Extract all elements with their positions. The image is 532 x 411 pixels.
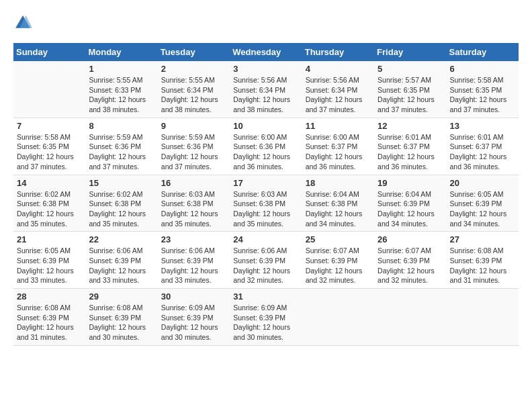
calendar-cell: 6Sunrise: 5:58 AM Sunset: 6:35 PM Daylig… (447, 61, 519, 118)
week-row-3: 14Sunrise: 6:02 AM Sunset: 6:38 PM Dayli… (13, 175, 519, 232)
day-info: Sunrise: 6:09 AM Sunset: 6:39 PM Dayligh… (161, 303, 226, 342)
day-info: Sunrise: 6:07 AM Sunset: 6:39 PM Dayligh… (378, 246, 443, 285)
calendar-cell: 28Sunrise: 6:08 AM Sunset: 6:39 PM Dayli… (13, 289, 85, 346)
day-info: Sunrise: 5:59 AM Sunset: 6:36 PM Dayligh… (89, 132, 154, 172)
calendar-cell: 19Sunrise: 6:04 AM Sunset: 6:39 PM Dayli… (374, 175, 446, 232)
day-info: Sunrise: 5:58 AM Sunset: 6:35 PM Dayligh… (17, 132, 82, 172)
day-number: 11 (306, 121, 371, 131)
week-row-2: 7Sunrise: 5:58 AM Sunset: 6:35 PM Daylig… (13, 118, 519, 175)
calendar-cell: 2Sunrise: 5:55 AM Sunset: 6:34 PM Daylig… (158, 61, 230, 118)
calendar-cell (13, 61, 85, 118)
day-number: 1 (89, 64, 154, 74)
day-number: 16 (161, 178, 226, 188)
calendar-cell: 4Sunrise: 5:56 AM Sunset: 6:34 PM Daylig… (302, 61, 374, 118)
day-header-tuesday: Tuesday (158, 43, 230, 61)
calendar-cell: 26Sunrise: 6:07 AM Sunset: 6:39 PM Dayli… (374, 232, 446, 289)
calendar-cell: 30Sunrise: 6:09 AM Sunset: 6:39 PM Dayli… (158, 289, 230, 346)
day-info: Sunrise: 6:04 AM Sunset: 6:38 PM Dayligh… (306, 189, 371, 229)
day-number: 4 (306, 64, 371, 74)
day-info: Sunrise: 5:55 AM Sunset: 6:34 PM Dayligh… (161, 75, 226, 115)
day-number: 17 (233, 178, 298, 188)
day-info: Sunrise: 6:06 AM Sunset: 6:39 PM Dayligh… (89, 246, 154, 285)
calendar-table: SundayMondayTuesdayWednesdayThursdayFrid… (13, 43, 519, 346)
week-row-5: 28Sunrise: 6:08 AM Sunset: 6:39 PM Dayli… (13, 289, 519, 346)
logo-icon (13, 13, 32, 32)
day-info: Sunrise: 6:03 AM Sunset: 6:38 PM Dayligh… (161, 189, 226, 229)
calendar-cell: 9Sunrise: 5:59 AM Sunset: 6:36 PM Daylig… (158, 118, 230, 175)
calendar-cell: 11Sunrise: 6:00 AM Sunset: 6:37 PM Dayli… (302, 118, 374, 175)
calendar-cell: 7Sunrise: 5:58 AM Sunset: 6:35 PM Daylig… (13, 118, 85, 175)
day-header-monday: Monday (85, 43, 157, 61)
day-number: 29 (89, 291, 154, 302)
calendar-cell: 14Sunrise: 6:02 AM Sunset: 6:38 PM Dayli… (13, 175, 85, 232)
page-header (13, 13, 519, 32)
day-number: 9 (161, 121, 226, 131)
day-number: 3 (233, 64, 298, 74)
day-number: 19 (378, 178, 443, 188)
calendar-cell: 31Sunrise: 6:09 AM Sunset: 6:39 PM Dayli… (230, 289, 302, 346)
calendar-cell: 23Sunrise: 6:06 AM Sunset: 6:39 PM Dayli… (158, 232, 230, 289)
day-info: Sunrise: 6:00 AM Sunset: 6:36 PM Dayligh… (233, 132, 298, 172)
day-number: 13 (450, 121, 515, 131)
day-info: Sunrise: 6:07 AM Sunset: 6:39 PM Dayligh… (306, 246, 371, 285)
day-header-sunday: Sunday (13, 43, 85, 61)
calendar-cell: 5Sunrise: 5:57 AM Sunset: 6:35 PM Daylig… (374, 61, 446, 118)
day-info: Sunrise: 6:00 AM Sunset: 6:37 PM Dayligh… (306, 132, 371, 172)
day-number: 25 (306, 234, 371, 244)
calendar-cell (447, 289, 519, 346)
day-info: Sunrise: 6:09 AM Sunset: 6:39 PM Dayligh… (233, 303, 298, 342)
day-number: 7 (17, 121, 82, 131)
calendar-header: SundayMondayTuesdayWednesdayThursdayFrid… (13, 43, 519, 61)
day-number: 2 (161, 64, 226, 74)
day-number: 20 (450, 178, 515, 188)
day-number: 27 (450, 234, 515, 244)
day-info: Sunrise: 6:02 AM Sunset: 6:38 PM Dayligh… (17, 189, 82, 229)
day-info: Sunrise: 6:06 AM Sunset: 6:39 PM Dayligh… (233, 246, 298, 285)
calendar-cell: 16Sunrise: 6:03 AM Sunset: 6:38 PM Dayli… (158, 175, 230, 232)
day-number: 8 (89, 121, 154, 131)
calendar-cell: 1Sunrise: 5:55 AM Sunset: 6:33 PM Daylig… (85, 61, 157, 118)
calendar-body: 1Sunrise: 5:55 AM Sunset: 6:33 PM Daylig… (13, 61, 519, 345)
day-header-friday: Friday (374, 43, 446, 61)
day-info: Sunrise: 6:08 AM Sunset: 6:39 PM Dayligh… (450, 246, 515, 285)
week-row-1: 1Sunrise: 5:55 AM Sunset: 6:33 PM Daylig… (13, 61, 519, 118)
calendar-cell: 24Sunrise: 6:06 AM Sunset: 6:39 PM Dayli… (230, 232, 302, 289)
day-number: 14 (17, 178, 82, 188)
calendar-cell: 20Sunrise: 6:05 AM Sunset: 6:39 PM Dayli… (447, 175, 519, 232)
day-info: Sunrise: 6:03 AM Sunset: 6:38 PM Dayligh… (233, 189, 298, 229)
header-row: SundayMondayTuesdayWednesdayThursdayFrid… (13, 43, 519, 61)
day-number: 26 (378, 234, 443, 244)
day-info: Sunrise: 5:55 AM Sunset: 6:33 PM Dayligh… (89, 75, 154, 115)
day-info: Sunrise: 5:56 AM Sunset: 6:34 PM Dayligh… (233, 75, 298, 115)
day-info: Sunrise: 6:01 AM Sunset: 6:37 PM Dayligh… (450, 132, 515, 172)
day-header-wednesday: Wednesday (230, 43, 302, 61)
calendar-cell: 13Sunrise: 6:01 AM Sunset: 6:37 PM Dayli… (447, 118, 519, 175)
calendar-cell: 8Sunrise: 5:59 AM Sunset: 6:36 PM Daylig… (85, 118, 157, 175)
day-number: 21 (17, 234, 82, 244)
calendar-cell: 15Sunrise: 6:02 AM Sunset: 6:38 PM Dayli… (85, 175, 157, 232)
day-info: Sunrise: 6:08 AM Sunset: 6:39 PM Dayligh… (89, 303, 154, 342)
logo (13, 13, 35, 32)
calendar-cell: 22Sunrise: 6:06 AM Sunset: 6:39 PM Dayli… (85, 232, 157, 289)
calendar-cell: 27Sunrise: 6:08 AM Sunset: 6:39 PM Dayli… (447, 232, 519, 289)
day-number: 18 (306, 178, 371, 188)
calendar-cell: 29Sunrise: 6:08 AM Sunset: 6:39 PM Dayli… (85, 289, 157, 346)
day-info: Sunrise: 5:58 AM Sunset: 6:35 PM Dayligh… (450, 75, 515, 115)
calendar-cell: 12Sunrise: 6:01 AM Sunset: 6:37 PM Dayli… (374, 118, 446, 175)
day-info: Sunrise: 6:02 AM Sunset: 6:38 PM Dayligh… (89, 189, 154, 229)
day-info: Sunrise: 6:05 AM Sunset: 6:39 PM Dayligh… (17, 246, 82, 285)
day-number: 10 (233, 121, 298, 131)
week-row-4: 21Sunrise: 6:05 AM Sunset: 6:39 PM Dayli… (13, 232, 519, 289)
calendar-cell: 25Sunrise: 6:07 AM Sunset: 6:39 PM Dayli… (302, 232, 374, 289)
day-number: 15 (89, 178, 154, 188)
calendar-cell (374, 289, 446, 346)
day-info: Sunrise: 5:59 AM Sunset: 6:36 PM Dayligh… (161, 132, 226, 172)
day-number: 28 (17, 291, 82, 302)
calendar-cell: 3Sunrise: 5:56 AM Sunset: 6:34 PM Daylig… (230, 61, 302, 118)
day-number: 5 (378, 64, 443, 74)
calendar-cell: 10Sunrise: 6:00 AM Sunset: 6:36 PM Dayli… (230, 118, 302, 175)
calendar-cell: 21Sunrise: 6:05 AM Sunset: 6:39 PM Dayli… (13, 232, 85, 289)
day-info: Sunrise: 6:08 AM Sunset: 6:39 PM Dayligh… (17, 303, 82, 342)
day-number: 31 (233, 291, 298, 302)
day-number: 24 (233, 234, 298, 244)
